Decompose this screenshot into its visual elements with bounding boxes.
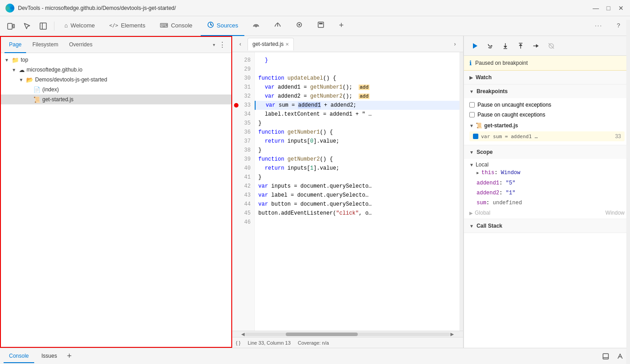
scope-label: Scope (477, 149, 493, 155)
code-line-43: var label = document.querySelecto… (255, 191, 459, 200)
panel-chevron[interactable]: ▾ (213, 42, 215, 47)
pause-caught-row[interactable]: Pause on caught exceptions (464, 110, 630, 120)
undock-icon[interactable] (614, 350, 626, 363)
call-stack-section-header[interactable]: ▼ Call Stack (464, 219, 630, 233)
app-logo (5, 4, 14, 13)
svg-rect-0 (8, 23, 12, 29)
breakpoint-highlight-row[interactable]: var sum = addend1 … 33 (469, 131, 625, 141)
bottom-add-tab[interactable]: + (64, 351, 75, 361)
status-coverage: Coverage: n/a (298, 340, 329, 346)
device-toggle-button[interactable] (4, 19, 18, 33)
tree-label-top: top (21, 57, 28, 63)
cloud-icon-microsoftedge: ☁ (19, 67, 25, 73)
tab-performance[interactable] (268, 16, 288, 36)
breakpoint-highlight-check[interactable] (473, 134, 478, 139)
scope-local-header[interactable]: ▼ Local (469, 162, 625, 168)
step-button[interactable] (529, 39, 543, 53)
tab-application[interactable] (311, 16, 331, 36)
scrollbar-track[interactable] (245, 333, 450, 336)
minimize-button[interactable]: — (592, 4, 599, 12)
tab-memory[interactable] (289, 16, 309, 36)
inspect-button[interactable] (20, 19, 34, 33)
code-line-33[interactable]: var sum = addend1 + addend2; (255, 101, 459, 110)
bottom-tab-console[interactable]: Console (4, 350, 34, 363)
tree-item-index[interactable]: 📄 (index) (1, 85, 231, 94)
step-over-button[interactable] (483, 39, 497, 53)
code-line-41: } (255, 173, 459, 182)
panel-tab-filesystem[interactable]: Filesystem (28, 37, 63, 53)
line-numbers: 28 29 30 31 32 33 34 35 36 37 38 39 40 4… (232, 52, 255, 331)
panel-more[interactable]: ⋮ (217, 40, 228, 49)
scope-global-header[interactable]: ▶ Global Window (469, 210, 625, 216)
bottom-tab-issues[interactable]: Issues (36, 350, 63, 363)
editor-tab-get-started[interactable]: get-started.js ✕ (248, 38, 294, 50)
breakpoint-file-header: ▼ 📜 get-started.js (464, 120, 630, 130)
scroll-left-arrow[interactable]: ◀ (241, 332, 245, 337)
line-num-33[interactable]: 33 (232, 101, 254, 110)
scroll-right-arrow[interactable]: ▶ (450, 332, 454, 337)
scope-this-arrow: ▶ (477, 171, 482, 175)
call-stack-label: Call Stack (477, 223, 502, 229)
scope-sum-val: undefined (493, 200, 522, 206)
pause-uncaught-row[interactable]: Pause on uncaught exceptions (464, 100, 630, 110)
scope-arrow: ▼ (469, 150, 474, 155)
tree-item-microsoftedge[interactable]: ▼ ☁ microsoftedge.github.io (1, 65, 231, 75)
file-tree: ▼ 📁 top ▼ ☁ microsoftedge.github.io ▼ 📂 … (1, 53, 231, 347)
svg-marker-18 (519, 44, 522, 46)
resume-button[interactable] (468, 39, 482, 53)
console-icon: ⌨ (160, 22, 168, 29)
window-controls[interactable]: — □ ✕ (592, 4, 625, 12)
close-button[interactable]: ✕ (617, 4, 625, 12)
tree-item-top[interactable]: ▼ 📁 top (1, 55, 231, 65)
editor-nav-forward[interactable]: › (449, 38, 461, 50)
right-panel-scrollbar[interactable] (626, 36, 630, 348)
application-icon (317, 21, 324, 30)
scope-section-header[interactable]: ▼ Scope (464, 145, 630, 159)
code-line-35: } (255, 119, 459, 128)
scrollbar-thumb[interactable] (286, 333, 358, 336)
scope-addend2: addend2: "1" (477, 188, 625, 198)
sidebar-toggle-button[interactable] (36, 19, 50, 33)
notice-text: Paused on breakpoint (475, 60, 528, 66)
tree-item-demos[interactable]: ▼ 📂 Demos/devtools-js-get-started (1, 75, 231, 85)
global-label: Global (475, 210, 490, 216)
svg-rect-24 (603, 354, 608, 359)
pause-caught-checkbox[interactable] (469, 112, 475, 117)
pause-uncaught-checkbox[interactable] (469, 102, 475, 108)
panel-tab-page[interactable]: Page (4, 37, 26, 53)
status-line-col: Line 33, Column 13 (248, 340, 290, 346)
tab-elements[interactable]: </> Elements (103, 16, 152, 36)
tab-welcome[interactable]: ⌂ Welcome (58, 16, 101, 36)
watch-section-header[interactable]: ▶ Watch (464, 71, 630, 84)
pause-caught-label: Pause on caught exceptions (477, 112, 545, 118)
tree-label-demos: Demos/devtools-js-get-started (35, 76, 107, 83)
breakpoints-arrow: ▼ (469, 89, 474, 94)
code-area: 28 29 30 31 32 33 34 35 36 37 38 39 40 4… (232, 52, 463, 331)
tab-help[interactable]: ? (611, 16, 626, 36)
editor-scrollbar-vertical[interactable] (459, 52, 463, 331)
tab-network[interactable] (246, 16, 266, 36)
sources-label: Sources (217, 22, 238, 29)
code-line-46 (255, 218, 459, 227)
code-content[interactable]: } function updateLabel() { var addend1 =… (255, 52, 459, 331)
breakpoints-section-header[interactable]: ▼ Breakpoints (464, 85, 630, 98)
tab-sources[interactable]: Sources (201, 16, 245, 36)
local-arrow: ▼ (469, 162, 474, 167)
dock-bottom-icon[interactable] (599, 350, 612, 363)
line-num-46: 46 (232, 218, 254, 227)
editor-tab-close[interactable]: ✕ (285, 42, 289, 47)
tab-console[interactable]: ⌨ Console (153, 16, 199, 36)
step-out-button[interactable] (513, 39, 528, 53)
status-bracket: { } (236, 340, 240, 346)
maximize-button[interactable]: □ (605, 4, 612, 12)
breakpoints-content: Pause on uncaught exceptions Pause on ca… (464, 98, 630, 145)
line-num-36: 36 (232, 128, 254, 137)
editor-scrollbar-horizontal[interactable]: ◀ ▶ (232, 331, 463, 337)
tab-more[interactable]: ··· (589, 16, 609, 36)
tab-add[interactable]: + (333, 16, 350, 36)
panel-tab-overrides[interactable]: Overrides (64, 37, 97, 53)
editor-nav-back[interactable]: ‹ (234, 38, 247, 50)
tree-item-get-started[interactable]: 📜 get-started.js (1, 94, 231, 104)
step-into-button[interactable] (498, 39, 513, 53)
deactivate-button[interactable] (544, 39, 558, 53)
